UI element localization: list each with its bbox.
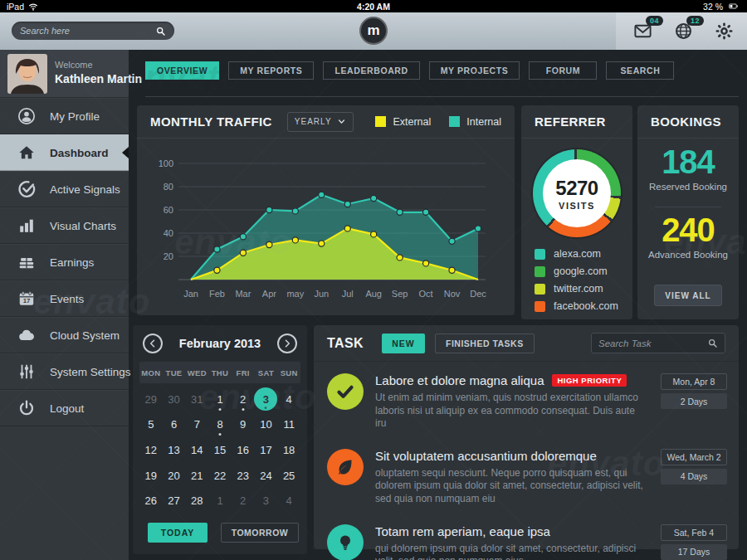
sidebar-item-visual-charts[interactable]: Visual Charts xyxy=(0,207,129,244)
day-number: 14 xyxy=(191,444,203,456)
calendar-day[interactable]: 10 xyxy=(255,412,278,438)
legend-item-external: External xyxy=(375,116,431,128)
finished-tasks-button[interactable]: FINISHED TASKS xyxy=(435,334,535,353)
sidebar-item-cloud-system[interactable]: Cloud System xyxy=(0,317,129,353)
calendar-day[interactable]: 25 xyxy=(277,463,300,489)
settings-button[interactable] xyxy=(715,22,734,41)
calendar-day[interactable]: 8 xyxy=(208,412,232,438)
task-search[interactable] xyxy=(591,333,725,353)
day-header-sun: SUN xyxy=(277,368,300,377)
day-number: 20 xyxy=(168,470,179,482)
calendar-next-button[interactable] xyxy=(277,334,297,353)
avatar[interactable] xyxy=(7,54,47,94)
sidebar-item-label: Visual Charts xyxy=(50,220,116,232)
svg-text:Oct: Oct xyxy=(419,289,433,299)
tab-forum[interactable]: FORUM xyxy=(529,61,597,80)
calendar-prev-button[interactable] xyxy=(143,334,163,353)
task-date-button[interactable]: Wed, March 2 xyxy=(661,449,727,465)
calendar-day[interactable]: 21 xyxy=(185,463,208,489)
calendar-day[interactable]: 24 xyxy=(255,463,278,489)
calendar-day[interactable]: 29 xyxy=(139,387,163,412)
calendar-day[interactable]: 18 xyxy=(277,437,300,463)
calendar-day[interactable]: 26 xyxy=(139,488,163,514)
sidebar-item-earnings[interactable]: Earnings xyxy=(0,244,129,280)
svg-text:Dec: Dec xyxy=(470,289,486,299)
tab-leaderboard[interactable]: LEADERBOARD xyxy=(323,61,419,80)
calendar-panel: February 2013 MONTUEWEDTHUFRISATSUN 2930… xyxy=(133,325,307,554)
sidebar-item-dashboard[interactable]: Dashboard xyxy=(0,134,129,171)
bookings-divider xyxy=(655,207,721,207)
event-dot xyxy=(218,433,221,436)
calendar-day[interactable]: 12 xyxy=(139,437,163,463)
calendar-day[interactable]: 13 xyxy=(163,437,186,463)
calendar-day[interactable]: 4 xyxy=(277,387,300,412)
task-search-input[interactable] xyxy=(598,338,707,348)
global-search[interactable] xyxy=(12,22,174,40)
search-input[interactable] xyxy=(20,26,155,36)
calendar-day[interactable]: 15 xyxy=(208,437,232,463)
calendar-day[interactable]: 16 xyxy=(232,437,255,463)
task-date-button[interactable]: Mon, Apr 8 xyxy=(661,373,727,390)
task-row[interactable]: Labore et dolore magna aliquaHIGH PRIORI… xyxy=(314,362,739,437)
tomorrow-button[interactable]: TOMORROW xyxy=(221,523,299,543)
calendar-day[interactable]: 5 xyxy=(139,412,163,438)
calendar-day[interactable]: 22 xyxy=(208,463,232,489)
tab-search[interactable]: SEARCH xyxy=(606,61,674,80)
calendar-day[interactable]: 19 xyxy=(139,463,163,489)
leaf-icon xyxy=(327,449,364,485)
calendar-day[interactable]: 9 xyxy=(232,412,255,438)
calendar-day[interactable]: 7 xyxy=(185,412,208,438)
calendar-day[interactable]: 20 xyxy=(163,463,186,489)
legend-swatch xyxy=(535,249,545,260)
calendar-day[interactable]: 2 xyxy=(232,387,255,412)
calendar-day[interactable]: 3 xyxy=(255,488,278,514)
calendar-day[interactable]: 4 xyxy=(277,488,300,514)
day-number: 3 xyxy=(263,393,269,406)
calendar-day[interactable]: 11 xyxy=(277,412,300,438)
day-number: 22 xyxy=(214,470,226,482)
sidebar-item-events[interactable]: 17Events xyxy=(0,280,129,317)
check-icon xyxy=(327,373,364,410)
day-header-fri: FRI xyxy=(232,368,255,377)
day-number: 4 xyxy=(286,393,292,406)
calendar-day[interactable]: 1 xyxy=(208,488,232,514)
referrer-legend-item: google.com xyxy=(535,265,618,277)
active-item-arrow xyxy=(122,147,129,158)
notifications-button[interactable]: 12 xyxy=(674,22,693,41)
sidebar-item-active-signals[interactable]: Active Signals xyxy=(0,171,129,207)
calendar-day[interactable]: 17 xyxy=(255,437,278,463)
day-number: 27 xyxy=(168,494,179,507)
calendar-day[interactable]: 31 xyxy=(185,387,208,412)
calendar-day[interactable]: 23 xyxy=(232,463,255,489)
task-date-button[interactable]: Sat, Feb 4 xyxy=(661,524,727,541)
calendar-day[interactable]: 6 xyxy=(163,412,186,438)
view-all-button[interactable]: VIEW ALL xyxy=(654,285,722,306)
calendar-day[interactable]: 28 xyxy=(185,488,208,514)
sidebar-item-my-profile[interactable]: My Profile xyxy=(0,98,129,134)
sidebar-item-logout[interactable]: Logout xyxy=(0,390,129,426)
today-button[interactable]: TODAY xyxy=(148,523,208,543)
mail-button[interactable]: 04 xyxy=(633,22,652,41)
calendar-day[interactable]: 30 xyxy=(163,387,186,412)
search-icon[interactable] xyxy=(707,338,718,348)
calendar-day[interactable]: 14 xyxy=(185,437,208,463)
task-days-button[interactable]: 17 Days xyxy=(661,544,727,560)
calendar-day[interactable]: 1 xyxy=(208,387,232,412)
tab-overview[interactable]: OVERVIEW xyxy=(145,61,219,80)
task-days-button[interactable]: 4 Days xyxy=(661,469,727,485)
task-row[interactable]: Sit voluptatem accusantium doloremqueolu… xyxy=(314,437,739,513)
task-days-button[interactable]: 2 Days xyxy=(661,393,727,409)
search-icon[interactable] xyxy=(155,26,166,37)
task-row[interactable]: Totam rem aperiam, eaque ipsaqui dolorem… xyxy=(314,513,739,560)
event-dot xyxy=(242,408,244,411)
calendar-day[interactable]: 27 xyxy=(163,488,186,514)
calendar-day-selected[interactable]: 3 xyxy=(255,387,278,412)
period-dropdown[interactable]: YEARLY xyxy=(287,112,354,132)
day-number: 29 xyxy=(145,393,157,406)
new-task-button[interactable]: NEW xyxy=(382,334,425,353)
calendar-day[interactable]: 2 xyxy=(232,488,255,514)
tab-my-projects[interactable]: MY PROJECTS xyxy=(429,61,520,80)
sidebar-item-system-settings[interactable]: System Settings xyxy=(0,353,129,390)
chevron-left-icon xyxy=(148,338,158,348)
tab-my-reports[interactable]: MY REPORTS xyxy=(228,61,314,80)
